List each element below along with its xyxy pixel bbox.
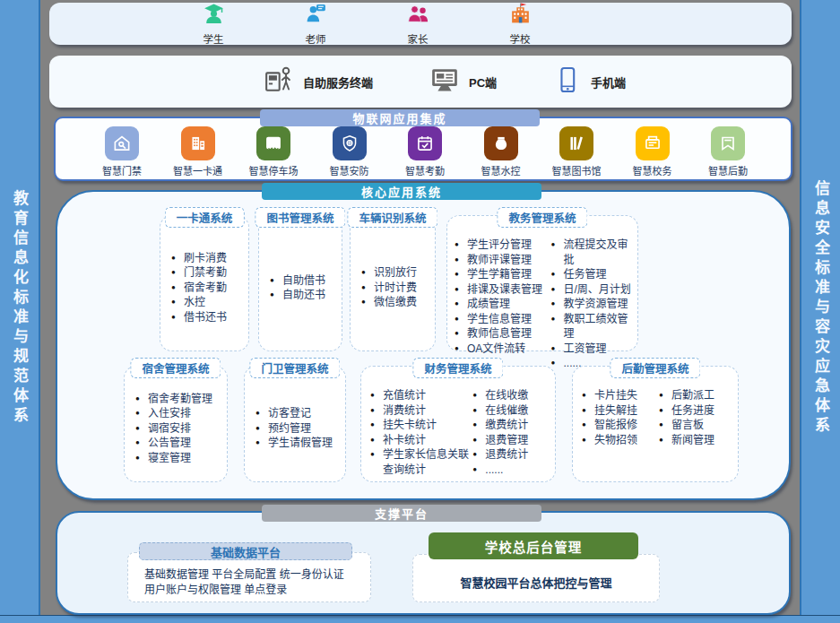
system-item-list: 刷卡消费 门禁考勤 宿舍考勤 水控 借书还书: [171, 251, 243, 325]
terminal-label: PC端: [469, 74, 497, 91]
system-box-title: 教务管理系统: [497, 207, 587, 228]
smart-campus-architecture-diagram: 教育信息化标准与规范体系 信息安全标准与容灾应急体系 学生 老师 家长: [0, 0, 840, 623]
terminal-machine-icon: [636, 126, 670, 160]
list-item: 借书还书: [171, 310, 243, 325]
list-item: 公告管理: [135, 436, 221, 451]
role-label: 学校: [510, 31, 531, 46]
water-jar-icon: [484, 126, 518, 160]
list-item: 学生请假管理: [255, 436, 340, 451]
calendar-check-icon: [408, 126, 442, 160]
list-item: 宿舍考勤: [171, 281, 243, 296]
system-box-academic: 教务管理系统 学生评分管理 教师评课管理 学生学籍管理 排课及课表管理 成绩管理…: [446, 215, 638, 351]
school-admin-title: 学校总后台管理: [429, 532, 638, 559]
iot-item-label: 智慧一卡通: [173, 163, 222, 177]
iot-item-onecard: 智慧一卡通: [169, 126, 227, 177]
system-box-gatekeeper: 门卫管理系统 访客登记 预约管理 学生请假管理: [244, 366, 346, 482]
door-access-icon: [105, 126, 139, 160]
list-item: 新闻管理: [659, 433, 732, 448]
list-item: 退费管理: [472, 433, 550, 448]
role-school: 学校: [490, 2, 550, 46]
system-item-list: 访客登记 预约管理 学生请假管理: [255, 406, 340, 451]
list-item: 工资管理: [551, 342, 632, 357]
system-item-list: 卡片挂失 挂失解挂 智能报修 失物招领: [582, 388, 657, 447]
base-data-platform-title: 基础数据平台: [139, 542, 352, 560]
list-item: 卡片挂失: [582, 388, 657, 403]
list-item: 刷卡消费: [171, 251, 243, 266]
role-label: 老师: [306, 31, 326, 46]
system-item-list: 在线收缴 在线催缴 缴费统计 退费管理 退费统计 ......: [472, 388, 550, 477]
list-item: 流程提交及审批: [551, 238, 632, 267]
base-platform-line: 基础数据管理 平台全局配置 统一身份认证: [144, 567, 370, 583]
list-item: 任务管理: [551, 267, 632, 282]
list-item: 宿舍考勤管理: [135, 392, 221, 407]
right-standards-label: 信息安全标准与容灾应急体系: [810, 180, 832, 437]
left-standards-bar: 教育信息化标准与规范体系: [0, 0, 40, 616]
list-item: 缴费统计: [472, 418, 550, 433]
list-item: 水控: [171, 295, 243, 310]
two-column-list: 学生评分管理 教师评课管理 学生学籍管理 排课及课表管理 成绩管理 学生信息管理…: [455, 238, 632, 371]
system-box-onecard: 一卡通系统 刷卡消费 门禁考勤 宿舍考勤 水控 借书还书: [160, 215, 249, 351]
list-item: 预约管理: [255, 421, 340, 437]
role-label: 学生: [204, 31, 224, 46]
system-item-list: 流程提交及审批 任务管理 日/周、月计划 教学资源管理 教职工绩效管理 工资管理…: [551, 238, 632, 371]
list-item: 智能报修: [582, 418, 657, 433]
building-card-icon: [181, 126, 215, 160]
system-box-library: 图书管理系统 自助借书 自助还书: [258, 215, 342, 351]
support-panel-title: 支撑平台: [262, 505, 541, 522]
list-item: 教学资源管理: [551, 297, 632, 312]
system-box-vehicle: 车辆识别系统 识别放行 计时计费 微信缴费: [350, 215, 436, 351]
system-box-title: 后勤管理系统: [610, 358, 700, 378]
student-icon: [202, 2, 226, 30]
list-item: 日/周、月计划: [551, 282, 632, 298]
shield-icon: [333, 126, 367, 160]
list-item: 教师评课管理: [455, 253, 550, 268]
system-box-title: 图书管理系统: [255, 207, 345, 228]
list-item: 成绩管理: [455, 297, 550, 312]
system-box-title: 一卡通系统: [165, 207, 245, 228]
list-item: 在线收缴: [472, 388, 550, 403]
two-column-list: 卡片挂失 挂失解挂 智能报修 失物招领 后勤派工 任务进度 留言板 新闻管理: [582, 388, 732, 447]
list-item: 留言板: [659, 418, 732, 433]
role-label: 家长: [408, 31, 429, 46]
list-item: 自助还书: [270, 288, 336, 303]
school-admin-content: 智慧校园平台总体把控与管理: [460, 574, 611, 591]
base-platform-line: 用户账户与权限管理 单点登录: [144, 583, 370, 598]
desktop-icon: [429, 64, 461, 100]
user-roles-row: 学生 老师 家长 学校: [49, 3, 792, 45]
iot-item-label: 智慧后勤: [708, 163, 748, 177]
list-item: OA文件流转: [455, 342, 550, 357]
list-item: 自助借书: [270, 273, 336, 289]
list-item: 计时计费: [361, 281, 429, 296]
banner-icon: [711, 126, 745, 160]
bottom-border-strip: [0, 615, 840, 623]
books-icon: [559, 126, 593, 160]
list-item: 在线催缴: [472, 403, 550, 419]
terminal-mobile: 手机端: [552, 65, 626, 99]
parking-sign-icon: [256, 126, 290, 160]
list-item: 学生信息管理: [455, 312, 550, 327]
terminals-row: 自助服务终端 PC端 手机端: [49, 56, 792, 108]
two-column-list: 充值统计 消费统计 挂失卡统计 补卡统计 学生家长信息关联查询统计 在线收缴 在…: [370, 388, 550, 477]
role-parents: 家长: [388, 2, 447, 46]
iot-item-parking: 智慧停车场: [245, 126, 302, 177]
system-box-title: 财务管理系统: [412, 358, 503, 378]
list-item: 微信缴费: [361, 295, 429, 310]
iot-item-label: 智慧门禁: [102, 163, 142, 177]
iot-item-label: 智慧校务: [633, 163, 672, 177]
system-item-list: 充值统计 消费统计 挂失卡统计 补卡统计 学生家长信息关联查询统计: [370, 388, 471, 477]
list-item: 门禁考勤: [171, 265, 243, 281]
terminal-label: 手机端: [591, 74, 626, 91]
school-admin-box: 智慧校园平台总体把控与管理: [412, 554, 660, 602]
mobile-icon: [552, 65, 583, 99]
kiosk-icon: [263, 64, 295, 100]
iot-integration-panel: 物联网应用集成 智慧门禁 智慧一卡通 智慧停车场: [54, 117, 792, 181]
list-item: 学生学籍管理: [455, 267, 550, 282]
teacher-icon: [304, 2, 328, 30]
list-item: 消费统计: [370, 403, 471, 419]
system-box-logistics: 后勤管理系统 卡片挂失 挂失解挂 智能报修 失物招领 后勤派工 任务进度 留言板…: [572, 366, 739, 482]
list-item: 学生家长信息关联查询统计: [370, 447, 471, 477]
list-item: 挂失解挂: [582, 403, 657, 419]
list-item: 入住安排: [135, 406, 221, 421]
iot-item-security: 智慧安防: [321, 126, 378, 177]
list-item: 排课及课表管理: [455, 282, 550, 298]
